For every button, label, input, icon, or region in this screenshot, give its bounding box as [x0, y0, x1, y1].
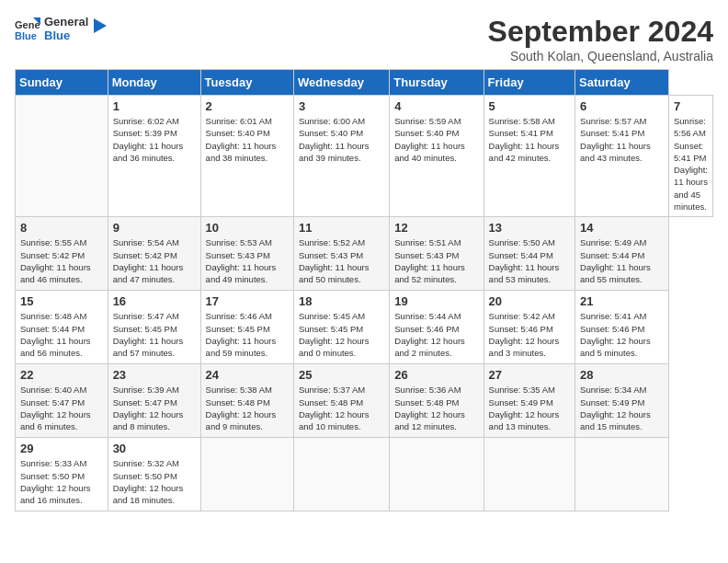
week-row-0: 1 Sunrise: 6:02 AMSunset: 5:39 PMDayligh… [16, 96, 713, 217]
day-info: Sunrise: 6:02 AMSunset: 5:39 PMDaylight:… [113, 115, 196, 164]
day-cell: 27 Sunrise: 5:35 AMSunset: 5:49 PMDaylig… [483, 364, 574, 438]
day-info: Sunrise: 6:00 AMSunset: 5:40 PMDaylight:… [299, 115, 384, 164]
day-number: 9 [113, 221, 196, 235]
day-number: 18 [299, 294, 384, 308]
day-number: 22 [20, 368, 103, 382]
logo-flag-icon [92, 18, 107, 39]
day-info: Sunrise: 5:42 AMSunset: 5:46 PMDaylight:… [489, 310, 570, 359]
week-row-1: 8 Sunrise: 5:55 AMSunset: 5:42 PMDayligh… [16, 217, 713, 291]
title-block: September 2024 South Kolan, Queensland, … [488, 15, 713, 63]
day-cell: 15 Sunrise: 5:48 AMSunset: 5:44 PMDaylig… [16, 291, 108, 364]
day-cell: 11 Sunrise: 5:52 AMSunset: 5:43 PMDaylig… [293, 217, 389, 291]
day-info: Sunrise: 5:44 AMSunset: 5:46 PMDaylight:… [394, 310, 478, 359]
day-info: Sunrise: 5:48 AMSunset: 5:44 PMDaylight:… [20, 310, 103, 359]
day-number: 20 [489, 294, 570, 308]
day-number: 25 [299, 368, 384, 382]
svg-text:Blue: Blue [15, 30, 37, 41]
day-cell: 10 Sunrise: 5:53 AMSunset: 5:43 PMDaylig… [200, 217, 293, 291]
location-subtitle: South Kolan, Queensland, Australia [488, 49, 713, 63]
day-number: 13 [489, 221, 570, 235]
day-cell: 24 Sunrise: 5:38 AMSunset: 5:48 PMDaylig… [200, 364, 293, 438]
day-cell: 29 Sunrise: 5:33 AMSunset: 5:50 PMDaylig… [16, 438, 108, 511]
header-cell-wednesday: Wednesday [293, 70, 389, 96]
logo: General Blue General Blue [15, 15, 107, 42]
day-info: Sunrise: 5:36 AMSunset: 5:48 PMDaylight:… [394, 384, 478, 432]
day-info: Sunrise: 5:52 AMSunset: 5:43 PMDaylight:… [299, 236, 384, 285]
day-info: Sunrise: 5:55 AMSunset: 5:42 PMDaylight:… [20, 236, 103, 285]
day-info: Sunrise: 5:58 AMSunset: 5:41 PMDaylight:… [489, 115, 570, 164]
day-cell [200, 438, 293, 511]
week-row-4: 29 Sunrise: 5:33 AMSunset: 5:50 PMDaylig… [16, 438, 713, 511]
day-info: Sunrise: 5:37 AMSunset: 5:48 PMDaylight:… [299, 384, 384, 432]
day-cell: 18 Sunrise: 5:45 AMSunset: 5:45 PMDaylig… [293, 291, 389, 364]
day-cell: 22 Sunrise: 5:40 AMSunset: 5:47 PMDaylig… [16, 364, 108, 438]
header-cell-sunday: Sunday [16, 70, 108, 96]
day-cell: 20 Sunrise: 5:42 AMSunset: 5:46 PMDaylig… [483, 291, 574, 364]
day-number: 30 [113, 442, 196, 455]
day-number: 14 [580, 221, 664, 235]
day-cell: 1 Sunrise: 6:02 AMSunset: 5:39 PMDayligh… [108, 96, 200, 217]
day-cell: 14 Sunrise: 5:49 AMSunset: 5:44 PMDaylig… [575, 217, 669, 291]
day-cell: 28 Sunrise: 5:34 AMSunset: 5:49 PMDaylig… [575, 364, 669, 438]
day-cell [16, 96, 108, 217]
day-cell: 7 Sunrise: 5:56 AMSunset: 5:41 PMDayligh… [669, 96, 713, 217]
logo-general: General [44, 15, 88, 29]
day-number: 28 [580, 368, 664, 382]
day-cell: 3 Sunrise: 6:00 AMSunset: 5:40 PMDayligh… [293, 96, 389, 217]
day-info: Sunrise: 5:50 AMSunset: 5:44 PMDaylight:… [489, 236, 570, 285]
day-info: Sunrise: 5:45 AMSunset: 5:45 PMDaylight:… [299, 310, 384, 359]
day-cell [483, 438, 574, 511]
day-number: 4 [394, 99, 478, 113]
header-cell-saturday: Saturday [575, 70, 669, 96]
day-cell: 6 Sunrise: 5:57 AMSunset: 5:41 PMDayligh… [575, 96, 669, 217]
day-info: Sunrise: 5:47 AMSunset: 5:45 PMDaylight:… [113, 310, 196, 359]
day-number: 16 [113, 294, 196, 308]
day-cell: 25 Sunrise: 5:37 AMSunset: 5:48 PMDaylig… [293, 364, 389, 438]
day-cell: 21 Sunrise: 5:41 AMSunset: 5:46 PMDaylig… [575, 291, 669, 364]
page-header: General Blue General Blue September 2024… [15, 15, 713, 63]
day-cell: 5 Sunrise: 5:58 AMSunset: 5:41 PMDayligh… [483, 96, 574, 217]
month-title: September 2024 [488, 15, 713, 49]
header-row: SundayMondayTuesdayWednesdayThursdayFrid… [16, 70, 713, 96]
day-cell [293, 438, 389, 511]
day-cell: 17 Sunrise: 5:46 AMSunset: 5:45 PMDaylig… [200, 291, 293, 364]
svg-marker-3 [94, 18, 107, 33]
day-info: Sunrise: 5:32 AMSunset: 5:50 PMDaylight:… [113, 457, 196, 506]
day-info: Sunrise: 5:39 AMSunset: 5:47 PMDaylight:… [113, 384, 196, 432]
day-cell [575, 438, 669, 511]
day-number: 3 [299, 99, 384, 113]
day-cell: 30 Sunrise: 5:32 AMSunset: 5:50 PMDaylig… [108, 438, 200, 511]
day-number: 29 [20, 442, 103, 455]
day-info: Sunrise: 5:53 AMSunset: 5:43 PMDaylight:… [206, 236, 289, 285]
day-cell: 16 Sunrise: 5:47 AMSunset: 5:45 PMDaylig… [108, 291, 200, 364]
logo-icon: General Blue [15, 16, 40, 41]
day-number: 19 [394, 294, 478, 308]
day-cell: 12 Sunrise: 5:51 AMSunset: 5:43 PMDaylig… [390, 217, 483, 291]
day-info: Sunrise: 6:01 AMSunset: 5:40 PMDaylight:… [206, 115, 289, 164]
day-info: Sunrise: 5:38 AMSunset: 5:48 PMDaylight:… [206, 384, 289, 432]
day-number: 21 [580, 294, 664, 308]
day-number: 17 [206, 294, 289, 308]
day-number: 12 [394, 221, 478, 235]
day-info: Sunrise: 5:56 AMSunset: 5:41 PMDaylight:… [674, 115, 708, 213]
day-info: Sunrise: 5:57 AMSunset: 5:41 PMDaylight:… [580, 115, 664, 164]
day-number: 26 [394, 368, 478, 382]
day-number: 1 [113, 99, 196, 113]
day-number: 24 [206, 368, 289, 382]
day-number: 2 [206, 99, 289, 113]
header-cell-friday: Friday [483, 70, 574, 96]
logo-blue: Blue [44, 29, 88, 42]
day-info: Sunrise: 5:40 AMSunset: 5:47 PMDaylight:… [20, 384, 103, 432]
day-number: 10 [206, 221, 289, 235]
day-info: Sunrise: 5:35 AMSunset: 5:49 PMDaylight:… [489, 384, 570, 432]
day-cell: 4 Sunrise: 5:59 AMSunset: 5:40 PMDayligh… [390, 96, 483, 217]
week-row-3: 22 Sunrise: 5:40 AMSunset: 5:47 PMDaylig… [16, 364, 713, 438]
day-info: Sunrise: 5:33 AMSunset: 5:50 PMDaylight:… [20, 457, 103, 506]
day-cell: 8 Sunrise: 5:55 AMSunset: 5:42 PMDayligh… [16, 217, 108, 291]
header-cell-thursday: Thursday [390, 70, 483, 96]
day-info: Sunrise: 5:51 AMSunset: 5:43 PMDaylight:… [394, 236, 478, 285]
day-cell: 13 Sunrise: 5:50 AMSunset: 5:44 PMDaylig… [483, 217, 574, 291]
day-number: 11 [299, 221, 384, 235]
day-cell: 19 Sunrise: 5:44 AMSunset: 5:46 PMDaylig… [390, 291, 483, 364]
day-number: 5 [489, 99, 570, 113]
